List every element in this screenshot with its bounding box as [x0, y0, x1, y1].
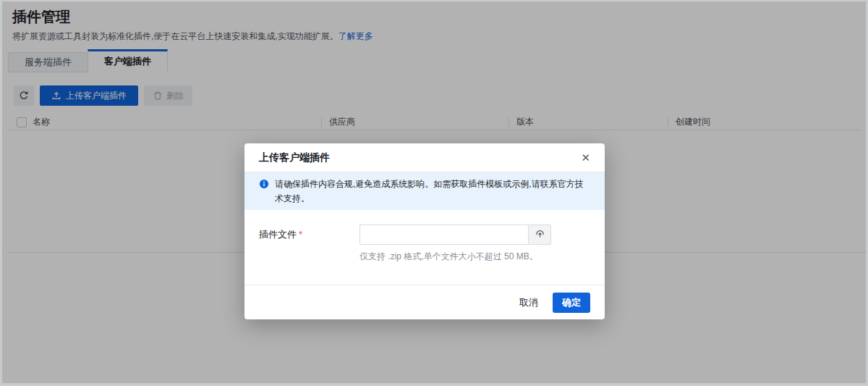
plugin-file-input[interactable]: [359, 225, 528, 245]
upload-client-plugin-dialog: 上传客户端插件 ✕ 请确保插件内容合规,避免造成系统影响。如需获取插件模板或示例…: [244, 143, 605, 319]
plugin-file-label: 插件文件*: [259, 228, 359, 241]
alert-text: 请确保插件内容合规,避免造成系统影响。如需获取插件模板或示例,请联系官方技术支持…: [275, 177, 590, 206]
plugin-management-page: 插件管理 将扩展资源或工具封装为标准化插件,便于在云平台上快速安装和集成,实现功…: [2, 1, 866, 383]
dialog-title: 上传客户端插件: [259, 151, 330, 164]
file-format-hint: 仅支持 .zip 格式,单个文件大小不超过 50 MB。: [359, 251, 590, 263]
dialog-footer: 取消 确定: [244, 285, 605, 319]
confirm-button[interactable]: 确定: [553, 293, 590, 313]
field-label-text: 插件文件: [259, 229, 297, 240]
close-icon[interactable]: ✕: [581, 152, 590, 163]
required-mark: *: [299, 229, 302, 240]
cancel-button[interactable]: 取消: [519, 296, 538, 309]
dialog-info-alert: 请确保插件内容合规,避免造成系统影响。如需获取插件模板或示例,请联系官方技术支持…: [244, 172, 605, 210]
arc-upload-icon: [535, 228, 545, 241]
plugin-file-input-group: [359, 225, 551, 245]
info-circle-icon: [259, 177, 269, 206]
dialog-header: 上传客户端插件 ✕: [244, 143, 605, 172]
file-upload-button[interactable]: [528, 225, 551, 245]
dialog-body: 插件文件* 仅支持 .zip 格式,单个: [244, 210, 605, 285]
plugin-file-form-row: 插件文件*: [259, 225, 590, 245]
